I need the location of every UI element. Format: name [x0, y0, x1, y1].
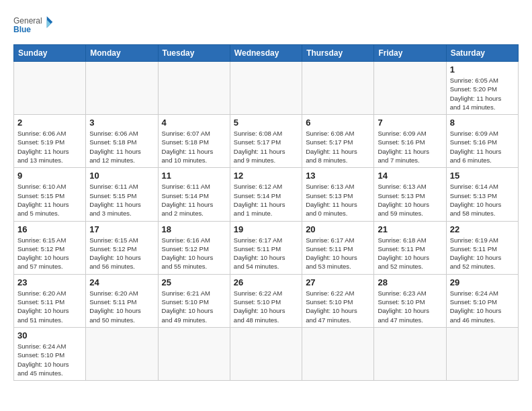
- calendar-day-cell: 29Sunrise: 6:24 AM Sunset: 5:10 PM Dayli…: [446, 274, 518, 327]
- calendar-day-cell: 12Sunrise: 6:12 AM Sunset: 5:14 PM Dayli…: [230, 168, 302, 221]
- day-number: 9: [17, 171, 82, 181]
- day-number: 8: [450, 118, 515, 128]
- day-info: Sunrise: 6:23 AM Sunset: 5:10 PM Dayligh…: [378, 289, 442, 324]
- calendar-day-cell: 28Sunrise: 6:23 AM Sunset: 5:10 PM Dayli…: [374, 274, 446, 327]
- day-number: 25: [162, 277, 226, 287]
- day-number: 5: [234, 118, 298, 128]
- calendar-day-cell: 26Sunrise: 6:22 AM Sunset: 5:10 PM Dayli…: [230, 274, 302, 327]
- day-number: 21: [378, 224, 442, 234]
- day-info: Sunrise: 6:24 AM Sunset: 5:10 PM Dayligh…: [17, 342, 82, 377]
- svg-text:Blue: Blue: [13, 25, 31, 34]
- weekday-header-monday: Monday: [86, 45, 158, 62]
- calendar-day-cell: 5Sunrise: 6:08 AM Sunset: 5:17 PM Daylig…: [230, 115, 302, 168]
- day-info: Sunrise: 6:15 AM Sunset: 5:12 PM Dayligh…: [17, 236, 82, 271]
- day-info: Sunrise: 6:21 AM Sunset: 5:10 PM Dayligh…: [162, 289, 226, 324]
- day-info: Sunrise: 6:24 AM Sunset: 5:10 PM Dayligh…: [450, 289, 515, 324]
- day-info: Sunrise: 6:12 AM Sunset: 5:14 PM Dayligh…: [234, 182, 298, 218]
- logo: General Blue: [13, 12, 54, 39]
- day-number: 1: [450, 64, 515, 75]
- calendar-day-cell: [86, 62, 158, 115]
- calendar-day-cell: 30Sunrise: 6:24 AM Sunset: 5:10 PM Dayli…: [14, 327, 86, 380]
- day-info: Sunrise: 6:08 AM Sunset: 5:17 PM Dayligh…: [234, 129, 298, 165]
- day-number: 22: [450, 224, 515, 234]
- day-number: 13: [306, 171, 370, 181]
- day-info: Sunrise: 6:18 AM Sunset: 5:11 PM Dayligh…: [378, 236, 442, 271]
- calendar-day-cell: 25Sunrise: 6:21 AM Sunset: 5:10 PM Dayli…: [158, 274, 230, 327]
- day-info: Sunrise: 6:13 AM Sunset: 5:13 PM Dayligh…: [306, 182, 370, 218]
- calendar-day-cell: [302, 62, 374, 115]
- calendar-day-cell: 15Sunrise: 6:14 AM Sunset: 5:13 PM Dayli…: [446, 168, 518, 221]
- weekday-header-friday: Friday: [374, 45, 446, 62]
- day-number: 23: [17, 277, 82, 287]
- calendar-day-cell: 18Sunrise: 6:16 AM Sunset: 5:12 PM Dayli…: [158, 221, 230, 274]
- day-number: 2: [17, 118, 82, 128]
- calendar-day-cell: 1Sunrise: 6:05 AM Sunset: 5:20 PM Daylig…: [446, 62, 518, 115]
- day-info: Sunrise: 6:09 AM Sunset: 5:16 PM Dayligh…: [378, 129, 442, 165]
- day-number: 6: [306, 118, 370, 128]
- calendar-day-cell: 6Sunrise: 6:08 AM Sunset: 5:17 PM Daylig…: [302, 115, 374, 168]
- day-info: Sunrise: 6:06 AM Sunset: 5:18 PM Dayligh…: [89, 129, 154, 165]
- calendar-day-cell: 13Sunrise: 6:13 AM Sunset: 5:13 PM Dayli…: [302, 168, 374, 221]
- header: General Blue: [13, 12, 519, 39]
- weekday-header-saturday: Saturday: [446, 45, 518, 62]
- calendar-page: General Blue SundayMondayTuesdayWednesda…: [0, 0, 532, 411]
- day-info: Sunrise: 6:20 AM Sunset: 5:11 PM Dayligh…: [89, 289, 154, 324]
- day-info: Sunrise: 6:11 AM Sunset: 5:15 PM Dayligh…: [89, 182, 154, 218]
- calendar-day-cell: [230, 327, 302, 380]
- day-info: Sunrise: 6:08 AM Sunset: 5:17 PM Dayligh…: [306, 129, 370, 165]
- day-number: 14: [378, 171, 442, 181]
- calendar-day-cell: 8Sunrise: 6:09 AM Sunset: 5:16 PM Daylig…: [446, 115, 518, 168]
- day-info: Sunrise: 6:14 AM Sunset: 5:13 PM Dayligh…: [450, 182, 515, 218]
- calendar-day-cell: 23Sunrise: 6:20 AM Sunset: 5:11 PM Dayli…: [14, 274, 86, 327]
- day-number: 10: [89, 171, 154, 181]
- calendar-table: SundayMondayTuesdayWednesdayThursdayFrid…: [13, 44, 519, 381]
- calendar-day-cell: 27Sunrise: 6:22 AM Sunset: 5:10 PM Dayli…: [302, 274, 374, 327]
- calendar-day-cell: 24Sunrise: 6:20 AM Sunset: 5:11 PM Dayli…: [86, 274, 158, 327]
- day-number: 20: [306, 224, 370, 234]
- weekday-header-thursday: Thursday: [302, 45, 374, 62]
- day-info: Sunrise: 6:13 AM Sunset: 5:13 PM Dayligh…: [378, 182, 442, 218]
- calendar-day-cell: 10Sunrise: 6:11 AM Sunset: 5:15 PM Dayli…: [86, 168, 158, 221]
- day-info: Sunrise: 6:10 AM Sunset: 5:15 PM Dayligh…: [17, 182, 82, 218]
- day-number: 19: [234, 224, 298, 234]
- day-info: Sunrise: 6:17 AM Sunset: 5:11 PM Dayligh…: [234, 236, 298, 271]
- calendar-day-cell: 3Sunrise: 6:06 AM Sunset: 5:18 PM Daylig…: [86, 115, 158, 168]
- calendar-week-row: 9Sunrise: 6:10 AM Sunset: 5:15 PM Daylig…: [14, 168, 519, 221]
- calendar-week-row: 23Sunrise: 6:20 AM Sunset: 5:11 PM Dayli…: [14, 274, 519, 327]
- day-number: 15: [450, 171, 515, 181]
- day-info: Sunrise: 6:17 AM Sunset: 5:11 PM Dayligh…: [306, 236, 370, 271]
- day-number: 27: [306, 277, 370, 287]
- calendar-day-cell: 22Sunrise: 6:19 AM Sunset: 5:11 PM Dayli…: [446, 221, 518, 274]
- calendar-day-cell: 4Sunrise: 6:07 AM Sunset: 5:18 PM Daylig…: [158, 115, 230, 168]
- day-info: Sunrise: 6:11 AM Sunset: 5:14 PM Dayligh…: [162, 182, 226, 218]
- day-info: Sunrise: 6:15 AM Sunset: 5:12 PM Dayligh…: [89, 236, 154, 271]
- day-number: 24: [89, 277, 154, 287]
- day-number: 3: [89, 118, 154, 128]
- day-number: 18: [162, 224, 226, 234]
- day-info: Sunrise: 6:22 AM Sunset: 5:10 PM Dayligh…: [306, 289, 370, 324]
- calendar-week-row: 2Sunrise: 6:06 AM Sunset: 5:19 PM Daylig…: [14, 115, 519, 168]
- calendar-day-cell: [158, 62, 230, 115]
- day-number: 11: [162, 171, 226, 181]
- weekday-row: SundayMondayTuesdayWednesdayThursdayFrid…: [14, 45, 519, 62]
- calendar-day-cell: 19Sunrise: 6:17 AM Sunset: 5:11 PM Dayli…: [230, 221, 302, 274]
- day-number: 4: [162, 118, 226, 128]
- calendar-day-cell: 17Sunrise: 6:15 AM Sunset: 5:12 PM Dayli…: [86, 221, 158, 274]
- day-number: 28: [378, 277, 442, 287]
- calendar-day-cell: 16Sunrise: 6:15 AM Sunset: 5:12 PM Dayli…: [14, 221, 86, 274]
- weekday-header-wednesday: Wednesday: [230, 45, 302, 62]
- calendar-day-cell: [374, 327, 446, 380]
- calendar-week-row: 16Sunrise: 6:15 AM Sunset: 5:12 PM Dayli…: [14, 221, 519, 274]
- calendar-day-cell: [302, 327, 374, 380]
- calendar-day-cell: 21Sunrise: 6:18 AM Sunset: 5:11 PM Dayli…: [374, 221, 446, 274]
- day-info: Sunrise: 6:16 AM Sunset: 5:12 PM Dayligh…: [162, 236, 226, 271]
- day-info: Sunrise: 6:07 AM Sunset: 5:18 PM Dayligh…: [162, 129, 226, 165]
- calendar-day-cell: [446, 327, 518, 380]
- logo-svg: General Blue: [13, 12, 54, 39]
- calendar-day-cell: 20Sunrise: 6:17 AM Sunset: 5:11 PM Dayli…: [302, 221, 374, 274]
- svg-text:General: General: [13, 16, 42, 26]
- calendar-day-cell: 11Sunrise: 6:11 AM Sunset: 5:14 PM Dayli…: [158, 168, 230, 221]
- day-info: Sunrise: 6:06 AM Sunset: 5:19 PM Dayligh…: [17, 129, 82, 165]
- calendar-day-cell: 9Sunrise: 6:10 AM Sunset: 5:15 PM Daylig…: [14, 168, 86, 221]
- day-number: 29: [450, 277, 515, 287]
